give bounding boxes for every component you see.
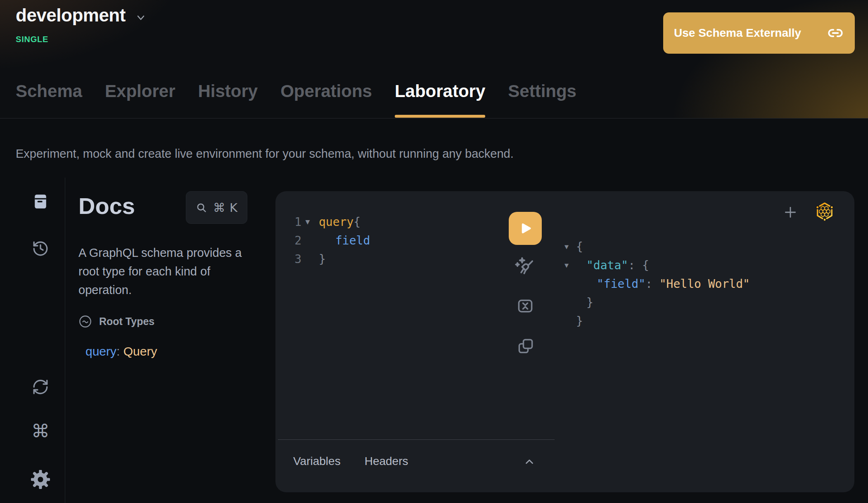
tab-history[interactable]: History: [198, 81, 258, 119]
merge-fragments-button[interactable]: [516, 297, 534, 315]
page-subtitle: Experiment, mock and create live environ…: [16, 147, 514, 161]
open-brace: {: [576, 237, 583, 256]
tab-laboratory[interactable]: Laboratory: [395, 81, 485, 119]
root-type-query-type-link[interactable]: Query: [123, 344, 157, 358]
open-brace: {: [642, 259, 649, 272]
docs-title: Docs: [78, 192, 135, 219]
history-clock-icon: [32, 240, 49, 257]
chevron-down-icon[interactable]: [135, 12, 147, 26]
data-key: "data": [586, 259, 628, 272]
colon: :: [645, 277, 659, 291]
response-line: }: [564, 293, 750, 312]
close-brace: }: [576, 312, 583, 330]
tab-settings[interactable]: Settings: [508, 81, 576, 119]
refresh-icon: [32, 378, 49, 396]
response-viewer: ▼ { ▼ "data": { "field": "Hello World" }…: [564, 237, 750, 330]
query-keyword: query: [319, 215, 353, 229]
laboratory-editor-panel: 1 ▼ query{ 2 field 3 }: [275, 191, 854, 492]
line-number: 2: [286, 231, 301, 250]
use-schema-externally-label: Use Schema Externally: [674, 26, 801, 40]
tab-bar: Schema Explorer History Operations Labor…: [16, 81, 576, 119]
gear-icon: [31, 470, 50, 489]
tab-operations[interactable]: Operations: [280, 81, 372, 119]
tab-label: Schema: [16, 81, 82, 101]
root-type-separator: :: [116, 344, 123, 358]
header: development SINGLE Use Schema Externally…: [0, 0, 868, 119]
code-line: 1 ▼ query{: [286, 213, 370, 231]
prettify-broom-icon: [514, 255, 536, 278]
laboratory-page: development SINGLE Use Schema Externally…: [0, 0, 868, 503]
root-types-icon: [78, 315, 92, 328]
collapse-footer-button[interactable]: [523, 456, 536, 467]
play-icon: [518, 221, 533, 236]
tab-label: Explorer: [105, 81, 175, 101]
response-line: ▼ {: [564, 237, 750, 256]
response-line: ▼ "data": {: [564, 256, 750, 275]
chevron-up-icon: [523, 456, 536, 467]
search-shortcut-label: ⌘ K: [213, 201, 238, 215]
tab-label: Settings: [508, 81, 576, 101]
docs-description: A GraphQL schema provides a root type fo…: [78, 244, 257, 299]
code-line: 2 field: [286, 231, 370, 250]
copy-query-button[interactable]: [517, 337, 535, 355]
tab-variables[interactable]: Variables: [293, 455, 341, 468]
use-schema-externally-button[interactable]: Use Schema Externally: [663, 12, 855, 54]
merge-icon: [516, 297, 534, 315]
plus-icon: [782, 204, 799, 221]
graphql-hive-logo: [815, 201, 835, 221]
tab-label: History: [198, 81, 258, 101]
history-sidebar-button[interactable]: [32, 240, 49, 257]
docs-search-button[interactable]: ⌘ K: [186, 191, 247, 224]
response-line: }: [564, 312, 750, 330]
query-editor[interactable]: 1 ▼ query{ 2 field 3 }: [286, 213, 370, 268]
fold-triangle-icon[interactable]: ▼: [301, 213, 314, 231]
code-line: 3 }: [286, 250, 370, 268]
target-type-badge: SINGLE: [16, 35, 48, 44]
field-value: "Hello World": [659, 277, 750, 291]
link-icon: [828, 25, 843, 41]
tab-schema[interactable]: Schema: [16, 81, 82, 119]
tab-headers[interactable]: Headers: [365, 455, 408, 468]
execute-query-button[interactable]: [509, 212, 542, 245]
response-line: "field": "Hello World": [564, 275, 750, 293]
field-key: "field": [597, 277, 645, 291]
command-icon: ⌘: [31, 420, 50, 441]
fold-triangle-icon[interactable]: ▼: [564, 237, 576, 256]
colon: :: [628, 259, 642, 272]
line-number: 3: [286, 250, 301, 268]
shortcuts-sidebar-button[interactable]: ⌘: [31, 422, 50, 440]
root-types-label: Root Types: [99, 316, 154, 327]
root-type-row: query: Query: [85, 344, 157, 358]
tab-explorer[interactable]: Explorer: [105, 81, 175, 119]
open-brace: {: [353, 215, 360, 229]
tab-label: Laboratory: [395, 81, 485, 101]
close-brace: }: [576, 293, 593, 312]
root-types-header: Root Types: [78, 315, 154, 328]
prettify-query-button[interactable]: [514, 255, 536, 278]
close-brace: }: [314, 250, 326, 268]
docs-book-icon: [31, 192, 50, 211]
request-footer-tabs: Variables Headers: [293, 455, 408, 468]
settings-sidebar-button[interactable]: [31, 470, 50, 489]
docs-sidebar-button[interactable]: [31, 192, 50, 211]
copy-icon: [517, 337, 535, 355]
field-token: field: [314, 231, 370, 250]
reload-schema-sidebar-button[interactable]: [32, 378, 49, 396]
page-title: development: [16, 5, 126, 26]
search-icon: [195, 202, 208, 214]
fold-triangle-icon[interactable]: ▼: [564, 256, 576, 275]
sidebar-divider: [65, 178, 65, 503]
request-footer-divider: [278, 439, 555, 440]
root-type-query-link[interactable]: query: [85, 344, 116, 358]
add-operation-tab-button[interactable]: [782, 204, 799, 221]
line-number: 1: [286, 213, 301, 231]
tab-label: Operations: [280, 81, 372, 101]
